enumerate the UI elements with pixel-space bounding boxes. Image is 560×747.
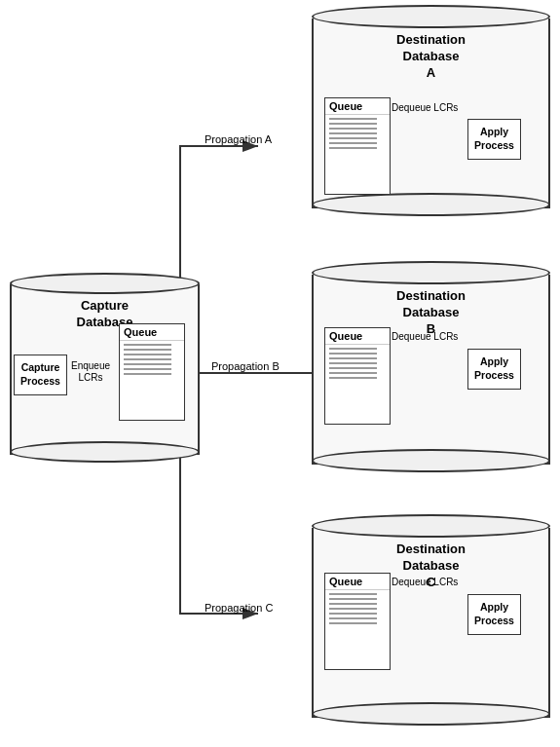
enqueue-lcrs-label: Enqueue LCRs: [71, 349, 110, 384]
dest-a-queue-box: Queue: [324, 97, 391, 195]
dest-c-dequeue-label: Dequeue LCRs: [392, 577, 458, 588]
source-queue-label: Queue: [120, 324, 184, 341]
dest-c-apply-process-box: Apply Process: [467, 594, 521, 635]
dest-b-queue-box: Queue: [324, 327, 391, 425]
source-queue-box: Queue: [119, 323, 185, 421]
dest-c-queue-label: Queue: [325, 574, 390, 590]
dest-a-dequeue-label: Dequeue LCRs: [392, 102, 458, 114]
propagation-a-label: Propagation A: [205, 133, 272, 145]
dest-b-apply-process-box: Apply Process: [467, 349, 521, 390]
capture-process-box: Capture Process: [14, 355, 67, 395]
dest-a-label: Destination Database A: [314, 32, 548, 82]
dest-c-queue-box: Queue: [324, 573, 391, 670]
dest-b-dequeue-label: Dequeue LCRs: [392, 331, 458, 343]
propagation-c-label: Propagation C: [205, 602, 273, 614]
propagation-b-label: Propagation B: [211, 360, 280, 372]
diagram: Capture Database Capture Process Enqueue…: [0, 0, 560, 747]
dest-b-queue-label: Queue: [325, 328, 390, 345]
dest-a-apply-process-box: Apply Process: [467, 119, 521, 160]
dest-a-queue-label: Queue: [325, 98, 390, 115]
